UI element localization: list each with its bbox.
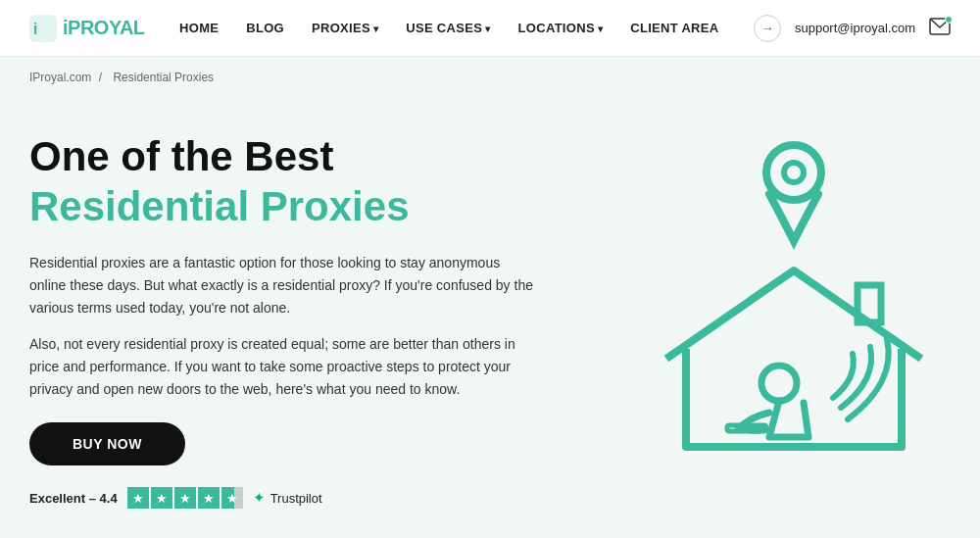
star-1: ★ [127, 487, 149, 509]
mail-icon-wrap[interactable] [929, 18, 951, 39]
trustpilot-logo: ✦ Trustpilot [253, 489, 322, 507]
star-5-half: ★ [221, 487, 243, 509]
buy-now-button[interactable]: BUY NOW [29, 422, 185, 465]
header: i iPROYAL HOME BLOG PROXIES USE CASES LO… [0, 0, 980, 57]
svg-text:i: i [33, 21, 37, 37]
header-right: → support@iproyal.com [754, 15, 951, 42]
svg-point-6 [761, 366, 797, 401]
svg-point-3 [766, 145, 821, 200]
arrow-button[interactable]: → [754, 15, 781, 42]
trustpilot-row: Excellent – 4.4 ★ ★ ★ ★ ★ ✦ Trustpilot [29, 487, 539, 509]
nav-use-cases[interactable]: USE CASES [406, 21, 490, 35]
headline-line1: One of the Best [29, 133, 539, 180]
star-3: ★ [174, 487, 196, 509]
hero-illustration [578, 104, 951, 490]
breadcrumb-separator: / [99, 71, 102, 84]
logo-icon: i [29, 15, 57, 42]
description-1: Residential proxies are a fantastic opti… [29, 252, 539, 319]
breadcrumb-home[interactable]: IProyal.com [29, 71, 91, 84]
breadcrumb-current: Residential Proxies [113, 71, 214, 84]
illustration-svg [598, 114, 931, 486]
logo[interactable]: i iPROYAL [29, 15, 145, 42]
nav-locations[interactable]: LOCATIONS [518, 21, 604, 35]
notification-dot [945, 16, 953, 24]
star-rating: ★ ★ ★ ★ ★ [127, 487, 243, 509]
nav-blog[interactable]: BLOG [246, 21, 284, 35]
trustpilot-icon: ✦ [253, 489, 266, 507]
trust-label: Excellent – 4.4 [29, 491, 118, 506]
logo-text: iPROYAL [63, 17, 145, 39]
breadcrumb: IProyal.com / Residential Proxies [0, 57, 980, 94]
main-nav: HOME BLOG PROXIES USE CASES LOCATIONS CL… [179, 21, 718, 35]
main-content: One of the Best Residential Proxies Resi… [0, 94, 980, 538]
headline-line2: Residential Proxies [29, 182, 539, 231]
trustpilot-label: Trustpilot [270, 491, 322, 506]
star-2: ★ [151, 487, 172, 509]
support-email: support@iproyal.com [795, 21, 915, 35]
residential-proxy-illustration [598, 114, 931, 490]
nav-home[interactable]: HOME [179, 21, 219, 35]
star-4: ★ [198, 487, 220, 509]
svg-point-4 [784, 163, 804, 182]
hero-left: One of the Best Residential Proxies Resi… [29, 104, 539, 509]
description-2: Also, not every residential proxy is cre… [29, 333, 539, 401]
nav-proxies[interactable]: PROXIES [312, 21, 378, 35]
nav-client-area[interactable]: CLIENT AREA [630, 21, 718, 35]
